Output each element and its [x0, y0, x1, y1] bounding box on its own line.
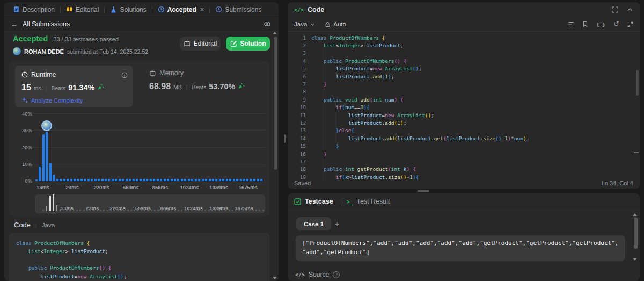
- editor-scrollbar-thumb[interactable]: [636, 70, 639, 96]
- chart-bar[interactable]: [188, 179, 190, 181]
- editor-line[interactable]: 18 public int getProduct(int k) {: [288, 165, 635, 173]
- chart-bar[interactable]: [143, 179, 145, 181]
- code-panel-tab[interactable]: </> Code: [294, 6, 324, 13]
- chart-bar[interactable]: [233, 179, 235, 181]
- chart-bar[interactable]: [136, 179, 138, 181]
- tab-description[interactable]: Description: [8, 6, 60, 13]
- chart-bar[interactable]: [133, 179, 135, 181]
- solution-button[interactable]: Solution: [226, 37, 270, 51]
- tab-submissions[interactable]: Submissions: [210, 6, 267, 13]
- scroll-down-arrow[interactable]: [273, 277, 277, 279]
- chart-bar[interactable]: [63, 179, 65, 181]
- runtime-card[interactable]: Runtime 15 ms | Beats 91.34% Analyze Com…: [15, 66, 133, 107]
- back-arrow-icon[interactable]: ←: [11, 20, 18, 28]
- link-icon[interactable]: [264, 20, 271, 30]
- testcase-scroll-up[interactable]: [633, 213, 637, 216]
- chart-bar[interactable]: [195, 179, 197, 181]
- submitted-code-block[interactable]: class ProductOfNumbers { List<Integer> l…: [9, 233, 270, 281]
- chart-bar[interactable]: [126, 179, 128, 181]
- chart-bar[interactable]: [222, 179, 224, 181]
- chart-bar[interactable]: [215, 179, 217, 181]
- chart-bar[interactable]: [236, 179, 238, 181]
- editorial-button[interactable]: Editorial: [180, 37, 221, 51]
- chart-bar[interactable]: [257, 179, 259, 181]
- chart-bar[interactable]: [39, 167, 41, 181]
- runtime-distribution-chart[interactable]: 0%10%20%30%40%: [35, 114, 265, 181]
- chart-bar[interactable]: [205, 179, 207, 181]
- expand-editor-icon[interactable]: [627, 21, 633, 27]
- testcase-input[interactable]: ["ProductOfNumbers","add","add","add","a…: [296, 235, 625, 261]
- scroll-up-arrow[interactable]: [273, 32, 277, 34]
- chart-bar[interactable]: [84, 179, 86, 181]
- chart-bar[interactable]: [98, 179, 100, 181]
- chart-bar[interactable]: [167, 179, 169, 181]
- chart-bar[interactable]: [91, 179, 93, 181]
- editor-line[interactable]: 5 listProduct=new ArrayList();: [288, 65, 635, 73]
- chart-bar[interactable]: [164, 179, 166, 181]
- language-selector[interactable]: Java: [294, 21, 315, 27]
- chart-bar[interactable]: [101, 179, 104, 181]
- editor-line[interactable]: 4 public ProductOfNumbers() {: [288, 57, 635, 64]
- chart-bar[interactable]: [198, 179, 200, 181]
- chart-bar[interactable]: [157, 179, 159, 181]
- chart-bar[interactable]: [60, 179, 62, 181]
- tab-accepted[interactable]: Accepted×: [152, 5, 210, 13]
- chart-bar[interactable]: [119, 179, 121, 181]
- memory-block[interactable]: Memory 68.98 MB | Beats 53.70%: [149, 69, 245, 91]
- chart-bar[interactable]: [212, 179, 214, 181]
- source-link[interactable]: </> Source ?: [295, 271, 340, 278]
- chart-bar[interactable]: [250, 179, 252, 181]
- chart-bar[interactable]: [146, 179, 148, 181]
- chart-bar[interactable]: [153, 179, 155, 181]
- editor-line[interactable]: 14 listProduct.add(listProduct.get(listP…: [288, 134, 635, 142]
- chart-bar[interactable]: [108, 179, 110, 181]
- add-case-button[interactable]: +: [335, 217, 340, 230]
- chart-bar[interactable]: [260, 179, 262, 181]
- chart-bar[interactable]: [67, 179, 69, 181]
- chart-bar[interactable]: [229, 179, 231, 181]
- chart-bar[interactable]: [46, 132, 48, 181]
- chart-bar[interactable]: [77, 179, 79, 181]
- chart-bar[interactable]: [105, 179, 107, 181]
- chart-bar[interactable]: [53, 175, 55, 182]
- all-submissions-label[interactable]: All Submissions: [23, 20, 70, 28]
- reset-code-icon[interactable]: ↺: [613, 21, 619, 27]
- chart-bar[interactable]: [177, 179, 179, 181]
- chart-bar[interactable]: [219, 179, 221, 181]
- case-1-button[interactable]: Case 1: [296, 217, 331, 230]
- fullscreen-icon[interactable]: [612, 6, 618, 13]
- editor-line[interactable]: 6 listProduct.add(1);: [288, 73, 635, 80]
- editor-line[interactable]: 1class ProductOfNumbers {: [288, 34, 635, 41]
- editor-line[interactable]: 15 }: [288, 142, 635, 149]
- chart-bar[interactable]: [243, 179, 245, 181]
- user-runtime-marker-avatar[interactable]: [41, 120, 52, 131]
- editor-line[interactable]: 17: [288, 157, 635, 165]
- chart-bar[interactable]: [191, 179, 193, 181]
- code-editor[interactable]: 1class ProductOfNumbers {2 List<Integer>…: [288, 34, 635, 181]
- chart-bar[interactable]: [160, 179, 162, 181]
- editor-line[interactable]: 13 }else{: [288, 127, 635, 134]
- chart-bar[interactable]: [150, 179, 152, 181]
- format-code-icon[interactable]: [568, 21, 574, 27]
- chart-bar[interactable]: [87, 179, 90, 181]
- editor-line[interactable]: 9 public void add(int num) {: [288, 96, 635, 103]
- analyze-complexity-link[interactable]: Analyze Complexity: [21, 97, 83, 104]
- chart-bar[interactable]: [129, 179, 131, 181]
- chart-bar[interactable]: [49, 163, 52, 181]
- chart-bar[interactable]: [94, 179, 97, 181]
- tab-editorial[interactable]: Editorial: [61, 6, 104, 13]
- editor-line[interactable]: 11 listProduct=new ArrayList();: [288, 111, 635, 119]
- editor-line[interactable]: 16 }: [288, 150, 635, 157]
- chart-bar[interactable]: [35, 179, 38, 181]
- chart-bar[interactable]: [181, 179, 183, 181]
- chart-bar[interactable]: [122, 179, 124, 181]
- chart-bar[interactable]: [140, 179, 142, 181]
- chart-bar[interactable]: [70, 179, 72, 181]
- editor-line[interactable]: 10 if(num==0){: [288, 104, 635, 111]
- autocomplete-toggle[interactable]: Auto: [325, 21, 346, 27]
- chart-bar[interactable]: [240, 179, 242, 181]
- editor-line[interactable]: 2 List<Integer> listProduct;: [288, 41, 635, 49]
- chart-bar[interactable]: [80, 179, 83, 181]
- chart-bar[interactable]: [112, 179, 114, 181]
- editor-line[interactable]: 3: [288, 49, 635, 57]
